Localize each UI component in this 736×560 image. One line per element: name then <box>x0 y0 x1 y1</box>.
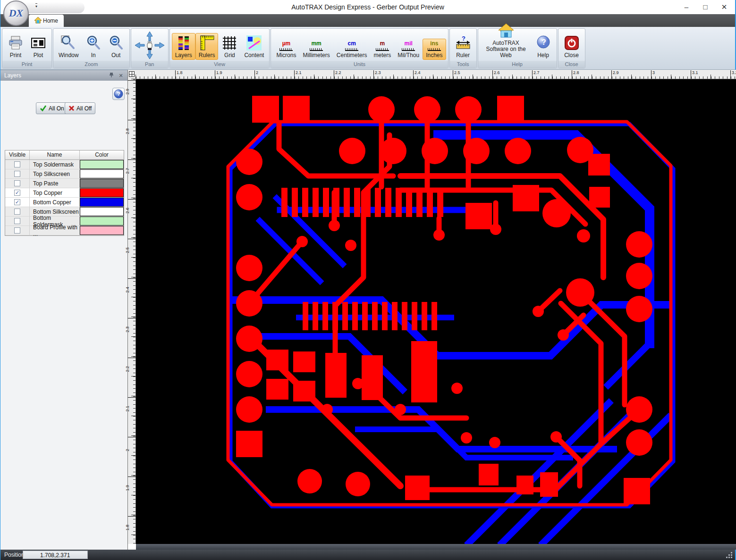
layers-help-button[interactable]: ? <box>112 88 125 100</box>
ruler-tick-label: 2.8 <box>128 120 136 134</box>
layer-color-swatch[interactable] <box>80 198 124 207</box>
mini-ruler-icon <box>376 47 389 51</box>
plot-button[interactable]: Plot <box>27 33 50 60</box>
ribbon-tab-strip: Home <box>0 14 735 27</box>
ruler-tick-label: 1.9 <box>215 70 222 79</box>
unit-abbr: mil <box>405 41 413 46</box>
layer-row[interactable]: Board Profile with ... <box>5 226 124 235</box>
maximize-button[interactable]: □ <box>697 1 713 13</box>
ribbon-group-zoom: Window In Out Zoom <box>53 28 130 68</box>
pan-down-arrow <box>147 50 152 59</box>
layer-name: Bottom Copper <box>30 198 80 207</box>
ruler-tick-label: 3.1 <box>691 70 698 79</box>
layer-color-swatch[interactable] <box>80 169 124 178</box>
layer-row[interactable]: ✓Top Copper <box>5 188 124 198</box>
close-window-button[interactable]: ✕ <box>716 1 732 13</box>
unit-inches-button[interactable]: insInches <box>423 39 446 60</box>
layer-color-swatch[interactable] <box>80 179 124 188</box>
content-button[interactable]: Content <box>241 33 267 60</box>
layer-color-swatch[interactable] <box>80 160 124 169</box>
layer-color-swatch[interactable] <box>80 226 124 235</box>
application-window: AutoTRAX Design Express - Gerber Output … <box>0 0 736 560</box>
zoom-window-button[interactable]: Window <box>55 33 82 60</box>
layers-panel-title: Layers <box>4 72 21 79</box>
layer-visible-checkbox[interactable]: ✓ <box>14 190 20 196</box>
layers-panel: Layers ✕ ? All On All Off Visible Name C… <box>0 70 128 550</box>
layer-row[interactable]: Top Silkscreen <box>5 169 124 179</box>
layers-panel-header[interactable]: Layers ✕ <box>0 70 127 81</box>
unit-microns-button[interactable]: µmMicrons <box>273 39 299 60</box>
ruler-tick-label: 1.8 <box>128 516 136 530</box>
layer-visible-checkbox[interactable] <box>14 180 20 186</box>
print-label: Print <box>10 52 22 59</box>
all-off-label: All Off <box>76 105 92 112</box>
autotrax-web-button[interactable]: AutoTRAX Software on the Web <box>480 21 532 60</box>
all-on-button[interactable]: All On <box>36 102 68 114</box>
layer-visible-checkbox[interactable]: ✓ <box>14 199 20 205</box>
ruler-tick-label: 2.1 <box>128 397 136 411</box>
mini-ruler-icon <box>279 47 293 51</box>
layers-table: Visible Name Color Top SoldermaskTop Sil… <box>5 150 124 236</box>
horizontal-scrollbar[interactable] <box>136 544 736 550</box>
rulers-toggle-button[interactable]: Rulers <box>195 33 219 60</box>
unit-mil-thou-button[interactable]: milMil/Thou <box>394 39 423 60</box>
pin-icon[interactable] <box>108 72 115 79</box>
layer-visible-checkbox[interactable] <box>14 227 20 234</box>
zoom-in-button[interactable]: In <box>82 33 105 60</box>
help-button[interactable]: ? Help <box>532 33 555 60</box>
layer-visible-checkbox[interactable] <box>14 218 20 224</box>
pan-right-arrow <box>155 42 164 48</box>
grid-toggle-button[interactable]: Grid <box>218 33 241 60</box>
position-value: 1.708,2.371 <box>23 551 88 559</box>
grid-icon <box>221 35 237 51</box>
help-label: Help <box>537 52 549 59</box>
close-preview-button[interactable]: Close <box>560 33 583 60</box>
layer-visible-checkbox[interactable] <box>14 209 20 215</box>
resize-grip[interactable] <box>726 552 732 558</box>
all-off-button[interactable]: All Off <box>65 102 95 114</box>
layer-name: Top Silkscreen <box>30 169 80 178</box>
ruler-tick-label: 2.7 <box>128 159 136 174</box>
ruler-tool-button[interactable]: ? Ruler <box>452 33 474 60</box>
quick-access-dropdown-icon[interactable]: ▾ <box>35 3 37 8</box>
unit-meters-button[interactable]: mmeters <box>370 39 394 60</box>
ruler-tick-label: 2.3 <box>373 70 381 79</box>
layer-row[interactable]: Top Paste <box>5 179 124 188</box>
zoom-out-button[interactable]: Out <box>105 33 127 60</box>
print-button[interactable]: Print <box>4 33 27 60</box>
layer-color-swatch[interactable] <box>80 217 124 226</box>
minimize-button[interactable]: – <box>678 1 694 13</box>
layer-row[interactable]: ✓Bottom Copper <box>5 198 124 207</box>
application-menu-button[interactable]: DX <box>3 0 29 26</box>
gerber-preview-canvas[interactable] <box>136 79 736 544</box>
layer-row[interactable]: Top Soldermask <box>5 160 124 169</box>
layers-toggle-button[interactable]: Layers <box>172 33 195 60</box>
question-icon: ? <box>114 89 123 99</box>
layer-name: Top Copper <box>30 188 80 197</box>
rulers-label: Rulers <box>199 52 215 59</box>
group-label-pan: Pan <box>131 61 168 68</box>
unit-centimeters-button[interactable]: cmCentimeters <box>333 39 371 60</box>
layers-icon <box>176 35 192 51</box>
ruler-corner[interactable] <box>128 70 136 79</box>
panel-close-icon[interactable]: ✕ <box>117 72 125 79</box>
ruler-tool-label: Ruler <box>456 52 470 59</box>
zoom-window-label: Window <box>59 52 79 59</box>
unit-millimeters-button[interactable]: mmMillimeters <box>299 39 333 60</box>
layer-color-swatch[interactable] <box>80 207 124 216</box>
window-title: AutoTRAX Design Express - Gerber Output … <box>0 3 735 11</box>
tab-home[interactable]: Home <box>29 15 64 27</box>
ruler-tick-label: 2.2 <box>334 70 341 79</box>
mini-ruler-icon <box>402 47 415 51</box>
layer-visible-checkbox[interactable] <box>14 161 20 167</box>
svg-text:?: ? <box>462 35 465 42</box>
zoom-in-icon <box>85 35 102 51</box>
ruler-tick-label: 3.2 <box>730 70 736 79</box>
layer-color-swatch[interactable] <box>80 188 124 197</box>
zoom-out-icon <box>108 35 124 51</box>
zoom-in-label: In <box>91 52 96 59</box>
layer-visible-checkbox[interactable] <box>14 171 20 177</box>
hand-icon <box>147 41 152 50</box>
ruler-tool-icon: ? <box>455 35 471 51</box>
group-label-print: Print <box>2 61 51 68</box>
